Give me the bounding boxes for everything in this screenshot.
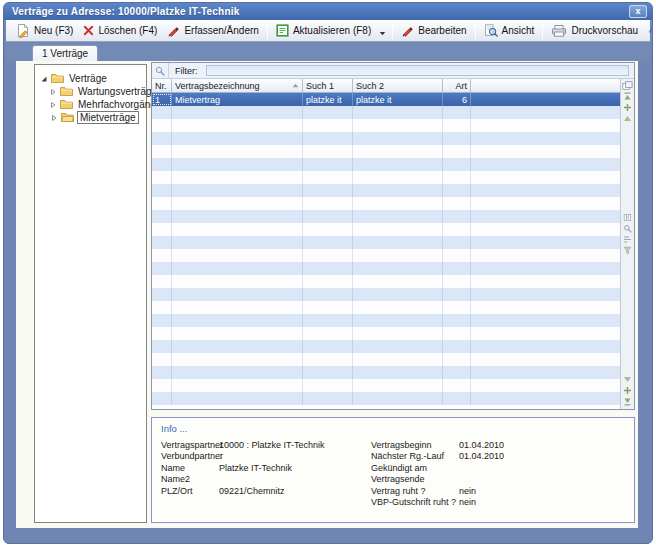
tree-collapsed-icon[interactable]: [49, 114, 58, 122]
neu-button[interactable]: Neu (F3): [10, 21, 78, 40]
grid-empty-cell[interactable]: [172, 197, 303, 210]
grid-empty-cell[interactable]: [443, 132, 471, 145]
grid-empty-cell[interactable]: [152, 106, 172, 119]
druckvorschau-button[interactable]: Druckvorschau: [546, 22, 643, 39]
grid-empty-row[interactable]: [152, 262, 620, 275]
grid-empty-cell[interactable]: [303, 171, 353, 184]
grid-empty-cell[interactable]: [303, 210, 353, 223]
grid-empty-cell[interactable]: [353, 184, 443, 197]
column-header-such1[interactable]: Such 1: [303, 79, 353, 92]
grid-empty-cell[interactable]: [152, 236, 172, 249]
cell-such2[interactable]: platzke it: [353, 93, 443, 106]
grid-empty-cell[interactable]: [152, 158, 172, 171]
grid-empty-row[interactable]: [152, 340, 620, 353]
grid-empty-cell[interactable]: [152, 275, 172, 288]
grid-empty-cell[interactable]: [172, 327, 303, 340]
aktualisieren-button[interactable]: Aktualisieren (F8): [271, 22, 376, 39]
grid-empty-cell[interactable]: [443, 262, 471, 275]
grid-empty-cell[interactable]: [353, 119, 443, 132]
grid-empty-cell[interactable]: [353, 197, 443, 210]
grid-empty-cell[interactable]: [353, 158, 443, 171]
nav-last-row-icon[interactable]: [622, 396, 634, 407]
grid-empty-cell[interactable]: [172, 288, 303, 301]
grid-empty-cell[interactable]: [353, 171, 443, 184]
grid-empty-cell[interactable]: [353, 327, 443, 340]
grid-empty-cell[interactable]: [152, 366, 172, 379]
nav-add-row-end-icon[interactable]: [622, 385, 634, 396]
grid-empty-cell[interactable]: [172, 262, 303, 275]
column-header-empty[interactable]: [471, 79, 620, 92]
grid-empty-cell[interactable]: [443, 184, 471, 197]
grid-empty-cell[interactable]: [443, 171, 471, 184]
grid-empty-cell[interactable]: [353, 301, 443, 314]
grid-empty-cell[interactable]: [471, 379, 620, 392]
grid-empty-row[interactable]: [152, 301, 620, 314]
grid-empty-cell[interactable]: [443, 119, 471, 132]
grid-empty-cell[interactable]: [353, 132, 443, 145]
cell-nr[interactable]: 1: [152, 93, 172, 106]
grid-empty-row[interactable]: [152, 249, 620, 262]
grid-empty-cell[interactable]: [303, 353, 353, 366]
grid-empty-cell[interactable]: [152, 223, 172, 236]
column-header-nr[interactable]: Nr.: [152, 79, 172, 92]
grid-empty-cell[interactable]: [443, 366, 471, 379]
filter-input[interactable]: [206, 65, 630, 76]
grid-empty-cell[interactable]: [152, 249, 172, 262]
erfassen-aendern-button[interactable]: Erfassen/Ändern: [162, 22, 264, 39]
window-titlebar[interactable]: Verträge zu Adresse: 10000/Platzke IT-Te…: [4, 3, 652, 20]
grid-empty-row[interactable]: [152, 366, 620, 379]
grid-empty-cell[interactable]: [353, 392, 443, 405]
grid-empty-row[interactable]: [152, 158, 620, 171]
grid-empty-row[interactable]: [152, 106, 620, 119]
grid-empty-cell[interactable]: [172, 301, 303, 314]
grid-empty-cell[interactable]: [353, 379, 443, 392]
grid-empty-cell[interactable]: [443, 379, 471, 392]
grid-empty-cell[interactable]: [471, 249, 620, 262]
aktualisieren-dropdown-arrow[interactable]: [376, 20, 389, 42]
tree-item-vertraege[interactable]: Verträge: [39, 72, 144, 85]
cell-art[interactable]: 6: [443, 93, 471, 106]
grid-empty-cell[interactable]: [152, 392, 172, 405]
tree-expanded-icon[interactable]: [39, 75, 48, 83]
grid-empty-cell[interactable]: [471, 158, 620, 171]
grid-empty-row[interactable]: [152, 392, 620, 405]
grid-empty-cell[interactable]: [303, 119, 353, 132]
grid-empty-cell[interactable]: [471, 288, 620, 301]
grid-row-mietvertrag[interactable]: 1 Mietvertrag platzke it platzke it 6: [152, 93, 620, 106]
nav-sort-icon[interactable]: [622, 234, 634, 245]
grid-empty-cell[interactable]: [152, 197, 172, 210]
grid-empty-cell[interactable]: [303, 340, 353, 353]
grid-empty-cell[interactable]: [303, 379, 353, 392]
grid-empty-cell[interactable]: [471, 340, 620, 353]
grid-empty-cell[interactable]: [353, 249, 443, 262]
grid-empty-row[interactable]: [152, 119, 620, 132]
grid-empty-cell[interactable]: [353, 340, 443, 353]
grid-empty-row[interactable]: [152, 379, 620, 392]
grid-empty-cell[interactable]: [471, 119, 620, 132]
grid-empty-cell[interactable]: [172, 223, 303, 236]
nav-filter-icon[interactable]: [622, 245, 634, 256]
nav-columns-icon[interactable]: [622, 212, 634, 223]
grid-empty-cell[interactable]: [353, 314, 443, 327]
grid-empty-cell[interactable]: [471, 236, 620, 249]
grid-empty-cell[interactable]: [443, 249, 471, 262]
grid-empty-cell[interactable]: [443, 106, 471, 119]
tree-item-wartungsvertraege[interactable]: Wartungsverträge: [39, 85, 144, 98]
grid-empty-cell[interactable]: [471, 145, 620, 158]
grid-empty-cell[interactable]: [353, 223, 443, 236]
grid-empty-cell[interactable]: [471, 392, 620, 405]
grid-empty-cell[interactable]: [172, 340, 303, 353]
grid-empty-cell[interactable]: [172, 158, 303, 171]
grid-empty-cell[interactable]: [172, 210, 303, 223]
grid-empty-cell[interactable]: [172, 314, 303, 327]
grid-empty-cell[interactable]: [152, 210, 172, 223]
grid-empty-cell[interactable]: [471, 223, 620, 236]
grid-empty-cell[interactable]: [471, 275, 620, 288]
grid-empty-row[interactable]: [152, 314, 620, 327]
grid-empty-cell[interactable]: [443, 275, 471, 288]
tree-collapsed-icon[interactable]: [49, 101, 57, 109]
grid-empty-cell[interactable]: [152, 301, 172, 314]
grid-empty-cell[interactable]: [152, 288, 172, 301]
grid-empty-cell[interactable]: [471, 327, 620, 340]
grid-empty-cell[interactable]: [172, 366, 303, 379]
